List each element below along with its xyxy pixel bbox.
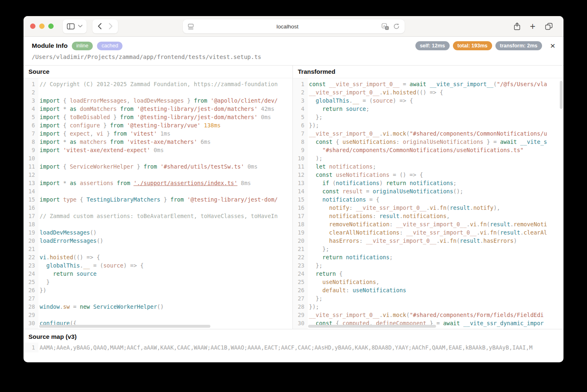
code-token	[309, 237, 329, 244]
code-token: 42ms	[257, 106, 274, 112]
code-token: );	[309, 155, 323, 162]
code-token: fn	[450, 237, 456, 244]
code-token: }	[110, 114, 120, 120]
line-number: 15	[293, 195, 308, 204]
code-token: ,	[376, 279, 380, 285]
code-token: useNotifications	[323, 279, 376, 285]
code-text: const { useNotifications: originalUseNot…	[308, 138, 563, 146]
code-token: {	[60, 97, 70, 104]
code-token	[309, 213, 329, 219]
code-token: {	[76, 196, 86, 203]
code-token: hoisted	[393, 89, 416, 96]
code-token: return	[53, 270, 73, 277]
code-token	[326, 81, 329, 87]
code-token: from	[120, 106, 134, 112]
reload-icon[interactable]	[393, 23, 400, 30]
line-number: 28	[293, 303, 308, 311]
line-number: 14	[24, 187, 38, 195]
code-text: __vite_ssr_import_0__.vi.mock("#shared/c…	[308, 129, 563, 138]
line-number: 28	[24, 303, 38, 311]
chevron-down-icon	[78, 25, 83, 28]
new-tab-button[interactable]: +	[530, 22, 535, 31]
code-token: :	[346, 287, 352, 293]
code-line: 21	[24, 245, 292, 253]
code-token: await	[500, 138, 517, 145]
code-token: hasErrors	[483, 237, 514, 244]
code-token: TestingLibraryMatchers	[87, 196, 160, 203]
code-text: import { configure } from '@testing-libr…	[38, 121, 292, 129]
code-token	[326, 163, 329, 170]
code-token: return	[323, 106, 343, 112]
sourcemap-title: Source map (v3)	[24, 329, 563, 343]
code-text: globalThis.__ = (source) => {	[38, 261, 292, 270]
code-line: 19loadDevMessages()	[24, 228, 292, 237]
transformed-vertical-scrollbar[interactable]	[560, 81, 563, 109]
code-token: ) => {	[123, 262, 144, 269]
code-text: };	[308, 294, 563, 303]
close-panel-button[interactable]: ×	[550, 43, 555, 49]
code-token: configure	[70, 122, 100, 129]
minimize-window-button[interactable]	[39, 23, 45, 29]
url-text[interactable]: localhost	[194, 23, 382, 30]
code-line: 16	[24, 204, 292, 212]
code-text	[38, 220, 292, 228]
transform-time-badge: transform: 2ms	[495, 41, 542, 50]
code-token: originalUseNotifications	[372, 188, 453, 195]
transformed-horizontal-scrollbar[interactable]	[308, 325, 436, 328]
code-text: // Zammad custom assertions: toBeAvatarE…	[38, 212, 292, 220]
code-text	[38, 88, 292, 96]
code-panes: Source 1// Copyright (C) 2012-2025 Zamma…	[24, 65, 563, 329]
code-token: __vite_ssr_import_0__	[396, 221, 467, 228]
source-code-area: 1// Copyright (C) 2012-2025 Zammad Found…	[24, 78, 292, 329]
code-text	[38, 187, 292, 195]
code-token: {	[60, 130, 70, 137]
code-token: // Zammad custom assertions: toBeAvatarE…	[40, 213, 278, 219]
code-token: ()	[90, 229, 97, 236]
zoom-window-button[interactable]	[48, 23, 54, 29]
module-link[interactable]: './support/assertions/index.ts'	[134, 180, 238, 186]
code-text: notifications = {	[308, 195, 563, 204]
share-icon[interactable]	[514, 22, 521, 31]
code-token	[76, 180, 80, 186]
traffic-lights	[30, 23, 54, 29]
code-token: vi	[383, 89, 389, 96]
address-bar[interactable]: localhost Ax	[183, 19, 405, 33]
translate-icon[interactable]: Ax	[382, 23, 389, 30]
code-token: notifications	[336, 180, 380, 186]
back-button[interactable]	[98, 23, 101, 29]
code-token: '#shared/utils/testSw.ts'	[160, 163, 244, 170]
code-token: (() => {	[416, 89, 443, 96]
code-token: as	[70, 106, 76, 112]
close-window-button[interactable]	[30, 23, 35, 29]
code-token: "#shared/components/CommonNotifications/…	[323, 147, 524, 153]
tab-overview-icon[interactable]	[545, 23, 553, 30]
forward-button[interactable]	[109, 23, 113, 29]
source-horizontal-scrollbar[interactable]	[39, 325, 210, 328]
sourcemap-mappings: AAMA;AAeA,yBAAG,QAAQ,MAAM;AACf,aAAW,KAAK…	[38, 343, 563, 352]
code-token: = (	[90, 262, 104, 269]
sidebar-toggle-button[interactable]	[63, 19, 87, 33]
line-number: 20	[24, 237, 38, 245]
code-text: return source	[38, 270, 292, 278]
code-text: loadDevMessages()	[38, 228, 292, 237]
code-token: };	[309, 262, 323, 269]
code-token: (	[457, 237, 460, 244]
code-token	[309, 188, 323, 195]
code-token	[309, 147, 323, 153]
code-text: loadErrorMessages()	[38, 237, 292, 245]
code-token	[309, 180, 323, 186]
reader-icon[interactable]	[188, 23, 194, 30]
line-number: 9	[24, 146, 38, 154]
code-line: 20 hasErrors: __vite_ssr_import_0__.vi.f…	[293, 237, 563, 245]
code-token: 138ms	[200, 122, 221, 129]
code-token	[76, 138, 80, 145]
line-number: 5	[293, 113, 308, 121]
total-time-badge: total: 193ms	[453, 41, 492, 50]
code-token: })	[40, 287, 46, 293]
code-line: 7import { expect, vi } from 'vitest' 1ms	[24, 129, 292, 138]
code-token: source	[103, 262, 123, 269]
code-token: :	[349, 204, 356, 211]
code-line: 29	[24, 311, 292, 319]
code-text: removeNotification: __vite_ssr_import_0_…	[308, 220, 563, 228]
code-token: )	[514, 237, 517, 244]
